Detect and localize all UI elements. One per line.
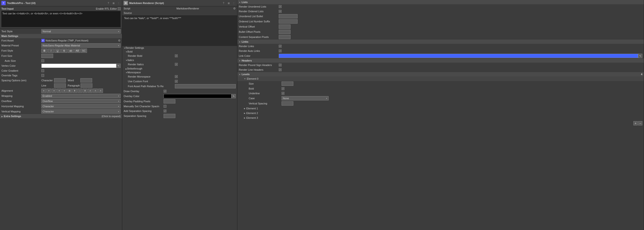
render-line-checkbox[interactable] [279,68,282,71]
levels-section-header[interactable]: Levels 4 [238,72,644,76]
size-input[interactable]: 2 [282,81,293,86]
bold-prop-checkbox[interactable] [282,87,284,90]
text-content-input[interactable]: Text can be <i>italic</i>, or <b>bold</b… [2,11,120,27]
element3-row[interactable]: ▶ Element 3 [238,116,644,120]
render-auto-links-checkbox[interactable] [279,50,282,52]
align-right-btn[interactable]: ≡ [52,89,56,93]
headers-section-header[interactable]: Headers [238,58,644,63]
uppercase-btn[interactable]: AB [74,49,80,53]
vertex-color-picker[interactable]: ✎ [116,64,120,68]
manually-set-checkbox[interactable] [164,105,166,108]
font-size-input[interactable]: 40 [41,54,53,58]
render-settings-header[interactable]: Render Settings [122,46,237,50]
strikethrough-btn[interactable]: S [61,49,67,53]
draw-overlay-checkbox[interactable] [164,90,166,93]
script-gear[interactable]: ⚙ [233,7,236,10]
bullet-offset-input[interactable]: 100 [279,30,290,34]
overlay-color-swatch[interactable] [164,94,232,98]
strikethrough-subsection-header[interactable]: Strikethrough [122,67,237,70]
middle-layout-icon[interactable]: ⊞ [227,1,230,5]
element0-row[interactable]: ▼ Element 0 [238,76,644,81]
render-unordered-label: Render Unordered Lists [239,5,279,8]
italic-btn[interactable]: I [48,49,54,53]
bold-subsection-header[interactable]: Bold [122,50,237,54]
align-left-btn[interactable]: ≡ [41,89,46,93]
extra-settings-header[interactable]: Extra Settings (Click to expand) [0,114,122,118]
render-monospace-checkbox[interactable] [175,75,178,78]
font-asset-gear[interactable]: ⚙ [118,39,120,42]
ordered-suffix-input[interactable]: . [279,19,298,24]
content-separation-input[interactable]: 20 [279,35,290,39]
element2-row[interactable]: ▶ Element 2 [238,111,644,116]
render-unordered-checkbox[interactable] [279,5,282,8]
link-color-picker[interactable]: ✎ [638,54,642,58]
overlay-color-picker[interactable]: ✎ [232,94,236,98]
middle-menu-icon[interactable]: ⋮ [232,1,236,5]
vertical-mapping-dropdown[interactable]: Character [41,109,120,113]
remove-element-btn[interactable]: − [638,121,642,125]
element0-expand[interactable]: ▼ [244,78,246,80]
align-center-btn[interactable]: ≡ [46,89,51,93]
render-ordered-checkbox[interactable] [279,10,282,13]
align-cap-btn[interactable]: A [98,89,103,93]
render-pound-row: Render Pound Sign Headers [238,63,644,67]
menu-icon[interactable]: ⋮ [117,1,120,5]
render-italics-checkbox[interactable] [175,63,178,66]
align-bot-btn[interactable]: ⬇ [83,89,88,93]
monospace-subsection-header[interactable]: Monospace [122,70,237,74]
align-geo-btn[interactable]: ⊞ [67,89,72,93]
element1-row[interactable]: ▶ Element 1 [238,106,644,111]
help-icon[interactable]: ? [106,1,110,5]
font-asset-path-input[interactable]: Noto/Noto Mono/NotoMono-Regular [175,84,236,88]
overlay-padding-input[interactable]: 25 [164,99,175,103]
link-color-swatch[interactable] [279,54,638,58]
override-tags-checkbox[interactable] [41,74,44,77]
align-top-btn[interactable]: ⬆ [72,89,77,93]
smallcaps-btn[interactable]: SC [81,49,87,53]
layout-icon[interactable]: ⊞ [112,1,116,5]
underline-btn[interactable]: U [54,49,61,53]
render-pound-checkbox[interactable] [279,64,282,66]
separation-spacing-input[interactable]: 0.3 [164,114,175,118]
text-style-dropdown[interactable]: Normal [41,29,120,34]
add-element-btn[interactable]: + [634,121,638,125]
element3-expand[interactable]: ▶ [244,117,246,119]
color-gradient-checkbox[interactable] [41,69,44,72]
horizontal-mapping-dropdown[interactable]: Character [41,104,120,108]
vertical-offset-input[interactable]: 0.76 [279,25,290,29]
use-custom-font-checkbox[interactable] [175,80,178,83]
word-spacing-input[interactable]: 0 [80,78,92,82]
element1-expand[interactable]: ▶ [244,107,246,109]
links-section-header[interactable]: Links [238,40,644,44]
auto-size-checkbox[interactable] [41,59,44,62]
render-bold-checkbox[interactable] [175,54,178,57]
add-separation-checkbox[interactable] [164,109,166,112]
bold-btn[interactable]: B [41,49,48,53]
material-preset-dropdown[interactable]: NotoSans-Regular Atlas Material [41,43,120,48]
line-spacing-col: Line 0 [41,83,66,88]
align-mid2-btn[interactable]: A [93,89,98,93]
middle-help-icon[interactable]: ? [222,1,226,5]
wrapping-dropdown[interactable]: Enabled [41,94,120,98]
vertical-spacing-input[interactable]: 0.7 [282,101,293,105]
underline-prop-checkbox[interactable] [282,92,284,95]
unordered-bullet-input[interactable]: • [279,14,298,18]
align-justify-btn[interactable]: ≡ [57,89,62,93]
draw-overlay-row: Draw Overlay [122,89,237,93]
paragraph-spacing-input[interactable]: 0 [80,83,92,88]
rtl-checkbox[interactable] [118,7,120,10]
line-spacing-input[interactable]: 0 [54,83,66,88]
vertex-color-swatch[interactable] [41,64,116,68]
case-dropdown[interactable]: None [282,96,328,100]
align-base-btn[interactable]: A [88,89,92,93]
character-spacing-input[interactable]: 0 [54,78,66,82]
align-mid-btn[interactable]: ↕ [78,89,82,93]
align-flush-btn[interactable]: ≡ [62,89,67,93]
lists-section-header[interactable]: Lists [238,0,644,4]
lowercase-btn[interactable]: ab [68,49,74,53]
main-settings-header[interactable]: Main Settings [0,34,122,38]
render-links-checkbox[interactable] [279,45,282,48]
italics-subsection-header[interactable]: Italics [122,58,237,62]
overflow-dropdown[interactable]: Overflow [41,99,120,103]
element2-expand[interactable]: ▶ [244,112,246,114]
